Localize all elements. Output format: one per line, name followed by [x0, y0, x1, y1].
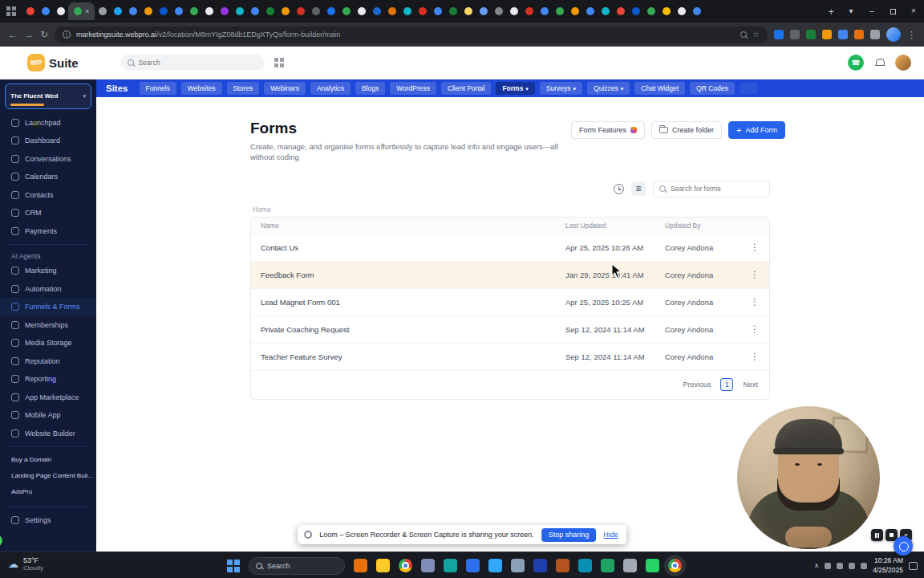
browser-tab[interactable] [95, 2, 110, 20]
new-tab-button[interactable] [828, 6, 834, 17]
sidebar-item[interactable]: Website Builder [0, 425, 96, 443]
start-button[interactable] [227, 560, 240, 572]
taskbar-app-icon[interactable] [578, 559, 592, 572]
browser-tab[interactable] [567, 2, 582, 20]
forms-search[interactable] [653, 181, 770, 197]
browser-tab[interactable] [521, 2, 537, 20]
sidebar-item[interactable]: Launchpad [0, 114, 96, 132]
nav-pill[interactable]: Client Portal [441, 82, 491, 95]
browser-tab[interactable] [201, 2, 217, 20]
bookmark-star-icon[interactable] [752, 31, 760, 39]
webcam-bubble[interactable] [737, 406, 880, 549]
extension-icon[interactable] [774, 30, 784, 39]
extension-icon[interactable] [838, 30, 848, 39]
hide-button[interactable]: Hide [603, 531, 618, 539]
user-avatar[interactable] [895, 55, 911, 71]
list-view-toggle[interactable] [631, 181, 646, 196]
nav-pill[interactable]: Chat Widget [634, 82, 685, 95]
global-search-input[interactable] [139, 59, 257, 67]
browser-tab[interactable] [369, 2, 384, 20]
sidebar-item[interactable]: Reputation [0, 352, 96, 371]
page-number[interactable]: 1 [720, 378, 733, 391]
browser-tab[interactable] [293, 2, 308, 20]
browser-tab[interactable] [278, 2, 293, 20]
taskbar-app-icon[interactable] [646, 559, 659, 572]
nav-pill[interactable] [740, 83, 757, 94]
taskbar-app-icon[interactable] [511, 559, 525, 572]
extension-icon[interactable] [822, 30, 832, 39]
add-form-button[interactable]: Add Form [728, 121, 785, 139]
row-menu-button[interactable] [740, 269, 769, 280]
pause-button[interactable] [871, 529, 883, 541]
next-button[interactable]: Next [743, 381, 758, 389]
apps-grid-icon[interactable] [274, 58, 284, 67]
browser-tab[interactable] [384, 2, 399, 20]
table-row[interactable]: Lead Magnet Form 001 Apr 25, 2025 10:25 … [251, 289, 769, 316]
tab-close-icon[interactable] [85, 8, 89, 15]
app-logo[interactable]: WP Suite [27, 54, 79, 71]
breadcrumb[interactable]: Home [253, 206, 770, 214]
sidebar-item[interactable]: Automation [0, 280, 96, 299]
taskbar-app-icon[interactable] [466, 559, 480, 572]
browser-tab[interactable] [598, 2, 613, 20]
taskbar-app-icon[interactable] [533, 559, 547, 572]
sidebar-link[interactable]: Landing Page Content Builder [0, 467, 96, 483]
browser-tab[interactable] [140, 2, 156, 20]
nav-pill[interactable]: Websites [181, 82, 222, 95]
form-name[interactable]: Feedback Form [251, 271, 565, 279]
table-row[interactable]: Private Coaching Request Sep 12, 2024 11… [251, 316, 769, 344]
browser-tab[interactable] [674, 2, 689, 20]
sidebar-item[interactable]: CRM [0, 204, 96, 222]
extension-icon[interactable] [806, 30, 816, 39]
recent-activity-icon[interactable] [614, 184, 624, 194]
browser-tab[interactable] [68, 2, 95, 20]
forms-search-input[interactable] [671, 185, 764, 193]
search-icon[interactable] [740, 31, 747, 38]
camera-bubble-button[interactable] [894, 536, 913, 556]
extension-icon[interactable] [870, 30, 880, 39]
taskbar-search[interactable]: Search [249, 557, 345, 575]
global-search[interactable] [120, 55, 265, 71]
taskbar-app-icon[interactable] [376, 559, 390, 572]
taskbar-app-icon[interactable] [623, 559, 637, 572]
sidebar-item[interactable]: Funnels & Forms [0, 298, 96, 316]
browser-tab[interactable] [323, 2, 338, 20]
sidebar-item[interactable]: Media Storage [0, 334, 96, 352]
browser-tab[interactable] [22, 2, 38, 20]
back-button[interactable] [8, 30, 18, 39]
browser-tab[interactable] [506, 2, 521, 20]
create-folder-button[interactable]: Create folder [651, 121, 722, 139]
browser-tab[interactable] [399, 2, 415, 20]
taskbar-app-icon[interactable] [444, 559, 457, 572]
sidebar-link[interactable]: AdsPro [0, 483, 96, 499]
sidebar-item[interactable]: Contacts [0, 186, 96, 205]
nav-pill[interactable]: Surveys [540, 82, 582, 95]
browser-tab[interactable] [262, 2, 278, 20]
browser-tab[interactable] [338, 2, 354, 20]
tray-chevron-icon[interactable] [814, 563, 819, 569]
browser-tab[interactable] [156, 2, 171, 20]
browser-tab[interactable] [53, 2, 68, 20]
row-menu-button[interactable] [740, 351, 769, 362]
browser-tab[interactable] [38, 2, 53, 20]
tray-battery-icon[interactable] [849, 563, 855, 569]
sidebar-item-settings[interactable]: Settings [0, 511, 96, 530]
tray-volume-icon[interactable] [837, 563, 843, 569]
sidebar-item[interactable]: Reporting [0, 370, 96, 389]
sidebar-item[interactable]: Dashboard [0, 132, 96, 150]
notification-center-icon[interactable] [909, 562, 918, 570]
browser-tab[interactable] [430, 2, 445, 20]
chat-widget-button[interactable] [0, 535, 2, 547]
nav-brand-sites[interactable]: Sites [106, 83, 128, 93]
browser-tab[interactable] [308, 2, 323, 20]
browser-tab[interactable] [476, 2, 491, 20]
browser-tab[interactable] [613, 2, 628, 20]
browser-tab[interactable] [415, 2, 430, 20]
window-minimize-button[interactable] [861, 7, 882, 15]
browser-tab[interactable] [232, 2, 247, 20]
taskbar-app-icon[interactable] [488, 559, 502, 572]
browser-tab[interactable] [110, 2, 125, 20]
nav-pill[interactable]: Webinars [264, 82, 306, 95]
nav-pill[interactable]: Quizzes [587, 82, 630, 95]
browser-tab[interactable] [643, 2, 659, 20]
